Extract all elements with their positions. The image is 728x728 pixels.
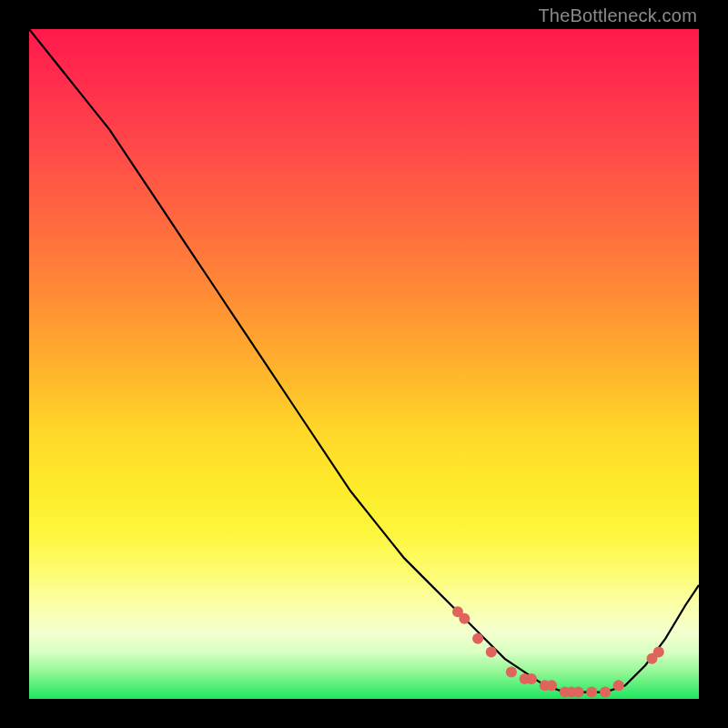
sample-dot (459, 613, 470, 624)
curve-layer (29, 29, 699, 699)
sample-dot (486, 647, 497, 658)
sample-dot (472, 633, 483, 644)
sample-dot (613, 680, 624, 691)
bottleneck-curve (29, 29, 699, 693)
attribution-text: TheBottleneck.com (538, 5, 697, 26)
chart-frame: TheBottleneck.com (0, 0, 728, 728)
sample-dot (526, 673, 537, 684)
sample-dots (452, 606, 664, 697)
sample-dot (653, 647, 664, 658)
sample-dot (600, 687, 611, 698)
sample-dot (506, 667, 517, 678)
sample-dot (546, 680, 557, 691)
sample-dot (573, 687, 584, 698)
curve-path (29, 29, 699, 693)
sample-dot (586, 687, 597, 698)
